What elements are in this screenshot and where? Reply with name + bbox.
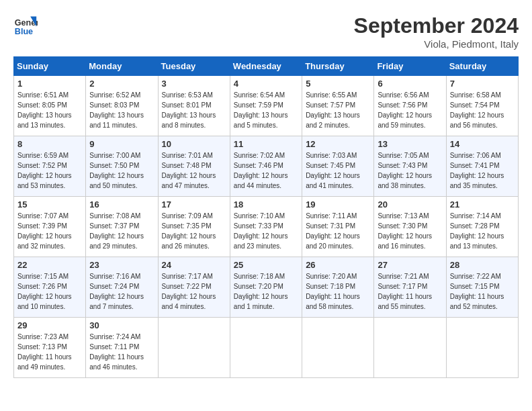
day-info: Sunrise: 6:55 AM Sunset: 7:57 PM Dayligh… bbox=[306, 90, 370, 130]
day-number: 22 bbox=[17, 260, 82, 270]
day-info: Sunrise: 6:56 AM Sunset: 7:56 PM Dayligh… bbox=[378, 90, 442, 130]
col-tuesday: Tuesday bbox=[158, 57, 230, 76]
day-number: 4 bbox=[234, 79, 298, 89]
day-number: 13 bbox=[378, 139, 442, 149]
day-number: 18 bbox=[234, 199, 298, 210]
day-info: Sunrise: 7:22 AM Sunset: 7:15 PM Dayligh… bbox=[450, 271, 515, 312]
calendar-row: 8 Sunrise: 6:59 AM Sunset: 7:52 PM Dayli… bbox=[14, 136, 519, 197]
day-cell: 6 Sunrise: 6:56 AM Sunset: 7:56 PM Dayli… bbox=[374, 76, 446, 136]
svg-text:Blue: Blue bbox=[15, 27, 33, 36]
day-number: 30 bbox=[89, 320, 154, 330]
day-info: Sunrise: 7:13 AM Sunset: 7:30 PM Dayligh… bbox=[378, 211, 442, 251]
day-info: Sunrise: 7:21 AM Sunset: 7:17 PM Dayligh… bbox=[378, 271, 442, 312]
day-info: Sunrise: 7:11 AM Sunset: 7:31 PM Dayligh… bbox=[306, 211, 370, 251]
day-cell: 14 Sunrise: 7:06 AM Sunset: 7:41 PM Dayl… bbox=[446, 136, 518, 197]
day-cell: 12 Sunrise: 7:03 AM Sunset: 7:45 PM Dayl… bbox=[302, 136, 374, 197]
day-cell: 30 Sunrise: 7:24 AM Sunset: 7:11 PM Dayl… bbox=[86, 318, 158, 378]
day-cell: 25 Sunrise: 7:18 AM Sunset: 7:20 PM Dayl… bbox=[230, 257, 302, 318]
day-number: 21 bbox=[450, 199, 515, 210]
day-info: Sunrise: 7:18 AM Sunset: 7:20 PM Dayligh… bbox=[234, 271, 298, 312]
empty-cell bbox=[158, 318, 230, 378]
day-cell: 29 Sunrise: 7:23 AM Sunset: 7:13 PM Dayl… bbox=[14, 318, 86, 378]
day-number: 7 bbox=[450, 79, 515, 89]
day-cell: 21 Sunrise: 7:14 AM Sunset: 7:28 PM Dayl… bbox=[446, 197, 518, 257]
day-info: Sunrise: 6:52 AM Sunset: 8:03 PM Dayligh… bbox=[89, 90, 154, 130]
day-cell: 8 Sunrise: 6:59 AM Sunset: 7:52 PM Dayli… bbox=[14, 136, 86, 197]
calendar-row: 22 Sunrise: 7:15 AM Sunset: 7:26 PM Dayl… bbox=[14, 257, 519, 318]
day-number: 11 bbox=[234, 139, 298, 149]
day-cell: 18 Sunrise: 7:10 AM Sunset: 7:33 PM Dayl… bbox=[230, 197, 302, 257]
col-wednesday: Wednesday bbox=[230, 57, 302, 76]
calendar-row: 1 Sunrise: 6:51 AM Sunset: 8:05 PM Dayli… bbox=[14, 76, 519, 136]
day-number: 28 bbox=[450, 260, 515, 270]
day-cell: 27 Sunrise: 7:21 AM Sunset: 7:17 PM Dayl… bbox=[374, 257, 446, 318]
day-cell: 24 Sunrise: 7:17 AM Sunset: 7:22 PM Dayl… bbox=[158, 257, 230, 318]
calendar-row: 15 Sunrise: 7:07 AM Sunset: 7:39 PM Dayl… bbox=[14, 197, 519, 257]
day-number: 15 bbox=[17, 199, 82, 210]
day-info: Sunrise: 7:05 AM Sunset: 7:43 PM Dayligh… bbox=[378, 150, 442, 191]
calendar-table: Sunday Monday Tuesday Wednesday Thursday… bbox=[13, 56, 519, 378]
col-monday: Monday bbox=[86, 57, 158, 76]
day-info: Sunrise: 7:08 AM Sunset: 7:37 PM Dayligh… bbox=[89, 211, 154, 251]
day-number: 25 bbox=[234, 260, 298, 270]
day-cell: 13 Sunrise: 7:05 AM Sunset: 7:43 PM Dayl… bbox=[374, 136, 446, 197]
day-number: 1 bbox=[17, 79, 82, 89]
day-number: 29 bbox=[17, 320, 82, 330]
day-info: Sunrise: 7:20 AM Sunset: 7:18 PM Dayligh… bbox=[306, 271, 370, 312]
day-info: Sunrise: 7:00 AM Sunset: 7:50 PM Dayligh… bbox=[89, 150, 154, 191]
day-cell: 2 Sunrise: 6:52 AM Sunset: 8:03 PM Dayli… bbox=[86, 76, 158, 136]
day-info: Sunrise: 7:03 AM Sunset: 7:45 PM Dayligh… bbox=[306, 150, 370, 191]
location: Viola, Piedmont, Italy bbox=[354, 38, 519, 50]
day-cell: 15 Sunrise: 7:07 AM Sunset: 7:39 PM Dayl… bbox=[14, 197, 86, 257]
col-thursday: Thursday bbox=[302, 57, 374, 76]
col-sunday: Sunday bbox=[14, 57, 86, 76]
day-number: 12 bbox=[306, 139, 370, 149]
day-number: 5 bbox=[306, 79, 370, 89]
day-cell: 4 Sunrise: 6:54 AM Sunset: 7:59 PM Dayli… bbox=[230, 76, 302, 136]
day-info: Sunrise: 7:01 AM Sunset: 7:48 PM Dayligh… bbox=[162, 150, 226, 191]
day-number: 14 bbox=[450, 139, 515, 149]
day-info: Sunrise: 6:58 AM Sunset: 7:54 PM Dayligh… bbox=[450, 90, 515, 130]
day-info: Sunrise: 6:53 AM Sunset: 8:01 PM Dayligh… bbox=[162, 90, 226, 130]
empty-cell bbox=[302, 318, 374, 378]
logo-icon: General Blue bbox=[13, 13, 38, 38]
day-info: Sunrise: 7:15 AM Sunset: 7:26 PM Dayligh… bbox=[17, 271, 82, 312]
day-cell: 3 Sunrise: 6:53 AM Sunset: 8:01 PM Dayli… bbox=[158, 76, 230, 136]
day-number: 2 bbox=[89, 79, 154, 89]
header-row: Sunday Monday Tuesday Wednesday Thursday… bbox=[14, 57, 519, 76]
col-saturday: Saturday bbox=[446, 57, 518, 76]
day-info: Sunrise: 6:59 AM Sunset: 7:52 PM Dayligh… bbox=[17, 150, 82, 191]
day-info: Sunrise: 6:51 AM Sunset: 8:05 PM Dayligh… bbox=[17, 90, 82, 130]
day-cell: 16 Sunrise: 7:08 AM Sunset: 7:37 PM Dayl… bbox=[86, 197, 158, 257]
day-number: 6 bbox=[378, 79, 442, 89]
day-info: Sunrise: 7:23 AM Sunset: 7:13 PM Dayligh… bbox=[17, 332, 82, 372]
day-number: 23 bbox=[89, 260, 154, 270]
day-cell: 23 Sunrise: 7:16 AM Sunset: 7:24 PM Dayl… bbox=[86, 257, 158, 318]
empty-cell bbox=[374, 318, 446, 378]
day-info: Sunrise: 7:16 AM Sunset: 7:24 PM Dayligh… bbox=[89, 271, 154, 312]
day-info: Sunrise: 7:10 AM Sunset: 7:33 PM Dayligh… bbox=[234, 211, 298, 251]
day-cell: 20 Sunrise: 7:13 AM Sunset: 7:30 PM Dayl… bbox=[374, 197, 446, 257]
day-cell: 10 Sunrise: 7:01 AM Sunset: 7:48 PM Dayl… bbox=[158, 136, 230, 197]
day-number: 24 bbox=[162, 260, 226, 270]
day-info: Sunrise: 6:54 AM Sunset: 7:59 PM Dayligh… bbox=[234, 90, 298, 130]
logo: General Blue bbox=[13, 13, 38, 38]
day-info: Sunrise: 7:02 AM Sunset: 7:46 PM Dayligh… bbox=[234, 150, 298, 191]
day-number: 26 bbox=[306, 260, 370, 270]
day-cell: 17 Sunrise: 7:09 AM Sunset: 7:35 PM Dayl… bbox=[158, 197, 230, 257]
day-info: Sunrise: 7:09 AM Sunset: 7:35 PM Dayligh… bbox=[162, 211, 226, 251]
day-info: Sunrise: 7:14 AM Sunset: 7:28 PM Dayligh… bbox=[450, 211, 515, 251]
day-cell: 1 Sunrise: 6:51 AM Sunset: 8:05 PM Dayli… bbox=[14, 76, 86, 136]
month-title: September 2024 bbox=[354, 13, 519, 38]
empty-cell bbox=[446, 318, 518, 378]
day-number: 10 bbox=[162, 139, 226, 149]
empty-cell bbox=[230, 318, 302, 378]
day-number: 19 bbox=[306, 199, 370, 210]
day-cell: 9 Sunrise: 7:00 AM Sunset: 7:50 PM Dayli… bbox=[86, 136, 158, 197]
day-number: 20 bbox=[378, 199, 442, 210]
day-number: 16 bbox=[89, 199, 154, 210]
day-cell: 11 Sunrise: 7:02 AM Sunset: 7:46 PM Dayl… bbox=[230, 136, 302, 197]
day-cell: 28 Sunrise: 7:22 AM Sunset: 7:15 PM Dayl… bbox=[446, 257, 518, 318]
day-info: Sunrise: 7:06 AM Sunset: 7:41 PM Dayligh… bbox=[450, 150, 515, 191]
page-header: General Blue September 2024 Viola, Piedm… bbox=[13, 13, 519, 50]
